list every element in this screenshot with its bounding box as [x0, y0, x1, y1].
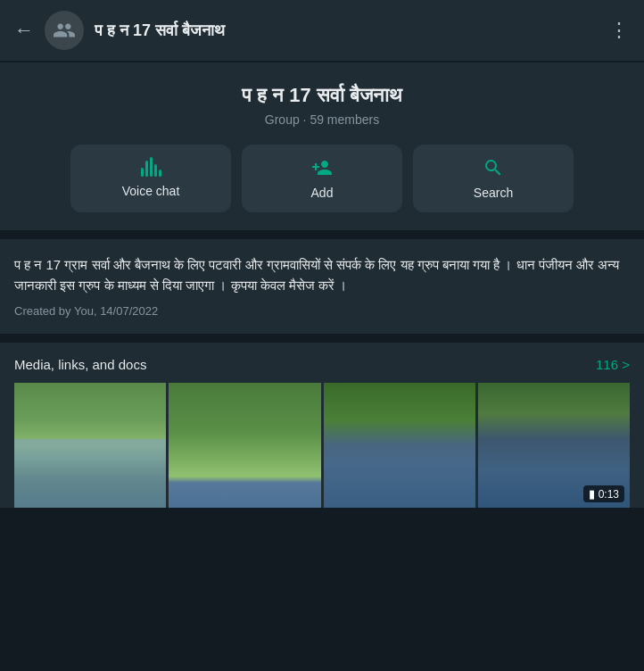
wave-bar-5 [159, 170, 161, 177]
add-member-button[interactable]: Add [242, 145, 402, 212]
wave-bar-4 [154, 164, 157, 177]
search-svg [483, 157, 504, 178]
header: ← प ह न 17 सर्वा बैजनाथ ⋮ [0, 0, 644, 61]
media-thumbnail-2[interactable] [169, 383, 320, 508]
media-thumbnail-1[interactable] [14, 383, 166, 508]
action-buttons-row: Voice chat Add Search [14, 145, 630, 212]
waveform-icon [141, 157, 161, 177]
wave-bar-1 [141, 168, 144, 177]
header-title: प ह न 17 सर्वा बैजनाथ [95, 21, 599, 40]
more-options-button[interactable]: ⋮ [609, 19, 630, 42]
avatar[interactable] [45, 11, 84, 50]
wave-bar-2 [145, 161, 148, 177]
group-info-section: प ह न 17 सर्वा बैजनाथ Group · 59 members… [0, 62, 644, 230]
group-description: प ह न 17 ग्राम सर्वा और बैजनाथ के लिए पट… [14, 255, 630, 295]
created-by: Created by You, 14/07/2022 [14, 304, 630, 318]
media-count-button[interactable]: 116 > [596, 357, 630, 372]
media-title: Media, links, and docs [14, 357, 146, 372]
voice-chat-label: Voice chat [122, 184, 180, 198]
media-section: Media, links, and docs 116 > ▮ 0:13 [0, 343, 644, 508]
back-button[interactable]: ← [14, 19, 34, 42]
add-person-icon [311, 157, 333, 178]
wave-bar-3 [150, 157, 153, 177]
description-section: प ह न 17 ग्राम सर्वा और बैजनाथ के लिए पट… [0, 239, 644, 334]
media-thumbnail-3[interactable] [324, 383, 475, 508]
media-thumbnail-4[interactable]: ▮ 0:13 [478, 383, 630, 508]
group-avatar-icon [53, 19, 76, 42]
media-header: Media, links, and docs 116 > [14, 357, 630, 372]
media-grid: ▮ 0:13 [14, 383, 630, 508]
add-person-svg [311, 157, 333, 178]
voice-chat-button[interactable]: Voice chat [70, 145, 231, 212]
video-camera-icon: ▮ [589, 487, 595, 501]
voice-chat-icon [141, 157, 161, 177]
search-button[interactable]: Search [413, 145, 574, 212]
group-meta: Group · 59 members [14, 112, 630, 127]
group-name: प ह न 17 सर्वा बैजनाथ [14, 84, 630, 107]
video-duration: 0:13 [599, 488, 619, 501]
search-label: Search [474, 186, 513, 200]
search-icon [483, 157, 504, 178]
add-label: Add [311, 186, 334, 200]
video-duration-badge: ▮ 0:13 [583, 485, 624, 502]
